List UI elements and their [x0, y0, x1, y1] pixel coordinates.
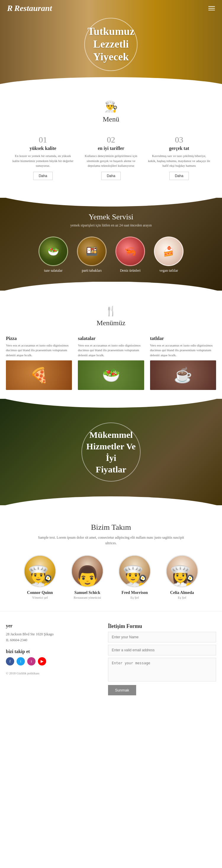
service-label-salad: taze salatalar: [38, 269, 68, 273]
avatar-celia: 👩‍🍳: [166, 555, 198, 587]
perfect-section: Mükemmel Hizmetler Ve İyi Fiyatlar: [0, 399, 222, 505]
pizza-text: Vero eos et accusamus et iusto odio dign…: [6, 343, 72, 358]
menu-dessert: tatlılar Vero eos et accusamus et iusto …: [150, 336, 216, 390]
avatar-fred: 👨‍🍳: [118, 555, 151, 587]
team-title: Bizim Takım: [6, 523, 216, 532]
hamburger-menu[interactable]: [209, 6, 215, 10]
site-header: R Restaurant: [0, 0, 222, 17]
feature-1-title: yüksek kalite: [12, 146, 74, 151]
feature-2-title: en iyi tarifler: [80, 146, 142, 151]
dessert-image: ☕: [150, 361, 216, 390]
menu-salad: salatalar Vero eos et accusamus et iusto…: [78, 336, 144, 390]
service-circle-vegan: 🍰: [154, 237, 184, 266]
social-icons: f t i ▶: [6, 657, 96, 665]
hero-text: Tutkumuz Lezzetli Yiyecek: [88, 25, 135, 64]
dessert-text: Vero eos et accusamus et iusto odio dign…: [150, 343, 216, 358]
hamburger-line3: [209, 10, 215, 10]
hero-circle: [84, 18, 138, 71]
service-circle-party: 🍱: [77, 237, 107, 266]
twitter-icon[interactable]: t: [17, 657, 25, 665]
location-title: yer: [6, 623, 96, 628]
service-items: 🥗 taze salatalar 🍱 parti tabakları 🦐 Den…: [6, 237, 216, 273]
menumus-section: 🍴 Menümüz Pizza Vero eos et accusamus et…: [0, 290, 222, 399]
team-description: Sample text. Lorem ipsum dolor sit amet,…: [37, 535, 185, 546]
feature-2-button[interactable]: Daha: [101, 172, 121, 180]
team-members-list: 👨‍🍳 Connor Quinn Yönetici şef 👨 Samuel S…: [6, 555, 216, 599]
contact-name-input[interactable]: [108, 632, 216, 643]
menu-title: Menü: [6, 115, 216, 123]
service-circle-salad: 🥗: [38, 237, 68, 266]
feature-3-num: 03: [148, 135, 210, 145]
menu-fork-icon: 🍴: [6, 305, 216, 317]
logo-letter: R: [7, 4, 13, 13]
member-3-name: Fred Morrison: [114, 590, 156, 595]
hamburger-line2: [209, 8, 215, 8]
service-circle-sea: 🦐: [115, 237, 145, 266]
member-1-role: Yönetici şef: [19, 596, 61, 599]
team-member-3: 👨‍🍳 Fred Morrison Eş Şef: [114, 555, 156, 599]
pizza-image: 🍕: [6, 361, 72, 390]
service-item-sea: 🦐 Deniz ürünleri: [115, 237, 145, 273]
avatar-samuel: 👨: [71, 555, 104, 587]
team-member-4: 👩‍🍳 Celia Almeda Eş Şef: [161, 555, 203, 599]
perfect-title: Mükemmel Hizmetler Ve İyi Fiyatlar: [82, 429, 140, 475]
team-member-2: 👨 Samuel Schick Restaurant yöneticisi: [66, 555, 108, 599]
food-service-section: Yemek Servisi yemek siparişleri için lüt…: [0, 198, 222, 290]
feature-3-text: Kavrulmuş sarı ve taze çekilmiş biberiye…: [148, 153, 210, 168]
features-list: 01 yüksek kalite En lezzet ve yemek bir …: [6, 132, 216, 192]
team-member-1: 👨‍🍳 Connor Quinn Yönetici şef: [19, 555, 61, 599]
logo-text: Restaurant: [14, 4, 52, 13]
location-address: 28 Jackson Blvd Ste 1020 Şikago: [6, 631, 96, 637]
submit-button[interactable]: Sunmak: [108, 685, 136, 695]
salad-text: Vero eos et accusamus et iusto odio dign…: [78, 343, 144, 358]
feature-1-num: 01: [12, 135, 74, 145]
youtube-icon[interactable]: ▶: [38, 657, 46, 665]
feature-3-button[interactable]: Daha: [169, 172, 189, 180]
service-item-salad: 🥗 taze salatalar: [38, 237, 68, 273]
facebook-icon[interactable]: f: [6, 657, 14, 665]
chef-icon: 👨‍🍳: [6, 100, 216, 113]
service-label-vegan: vegan tatlılar: [154, 269, 184, 273]
follow-title: bizi takip et: [6, 649, 96, 654]
footer-area: yer 28 Jackson Blvd Ste 1020 Şikago IL 6…: [0, 611, 222, 707]
hero-curve: [0, 77, 222, 89]
instagram-icon[interactable]: i: [27, 657, 35, 665]
member-2-name: Samuel Schick: [66, 590, 108, 595]
site-logo[interactable]: R Restaurant: [7, 4, 52, 13]
member-1-name: Connor Quinn: [19, 590, 61, 595]
member-4-role: Eş Şef: [161, 596, 203, 599]
feature-3: 03 gerçek tat Kavrulmuş sarı ve taze çek…: [148, 135, 210, 180]
feature-2-text: Kullanıcı deneyimizin geliştirilmesi içi…: [80, 153, 142, 168]
avatar-connor: 👨‍🍳: [24, 555, 56, 587]
pizza-title: Pizza: [6, 336, 72, 341]
location-zip: IL 60604-2340: [6, 638, 96, 643]
menumus-title: Menümüz: [6, 319, 216, 327]
feature-1-text: En lezzet ve yemek bir ortamda, en yükse…: [12, 153, 74, 168]
member-2-role: Restaurant yöneticisi: [66, 596, 108, 599]
feature-1: 01 yüksek kalite En lezzet ve yemek bir …: [12, 135, 74, 180]
feature-2-num: 02: [80, 135, 142, 145]
contact-message-input[interactable]: [108, 658, 216, 681]
food-service-subtitle: yemek siparişleri için lütfen en az 24 s…: [6, 223, 216, 228]
footer-left: yer 28 Jackson Blvd Ste 1020 Şikago IL 6…: [6, 623, 96, 695]
member-4-name: Celia Almeda: [161, 590, 203, 595]
service-item-vegan: 🍰 vegan tatlılar: [154, 237, 184, 273]
feature-3-title: gerçek tat: [148, 146, 210, 151]
service-label-party: parti tabakları: [77, 269, 107, 273]
team-section: Bizim Takım Sample text. Lorem ipsum dol…: [0, 505, 222, 611]
contact-form: Sunmak: [108, 632, 216, 695]
feature-1-button[interactable]: Daha: [33, 172, 53, 180]
contact-email-input[interactable]: [108, 645, 216, 655]
copyright-text: © 2018 Gizlilik politikası: [6, 672, 96, 675]
menu-items-list: Pizza Vero eos et accusamus et iusto odi…: [6, 336, 216, 390]
contact-title: İletişim Formu: [108, 623, 216, 629]
salad-title: salatalar: [78, 336, 144, 341]
service-item-party: 🍱 parti tabakları: [77, 237, 107, 273]
hamburger-line1: [209, 6, 215, 7]
service-label-sea: Deniz ürünleri: [115, 269, 145, 273]
perfect-circle: Mükemmel Hizmetler Ve İyi Fiyatlar: [81, 423, 141, 482]
salad-image: 🥗: [78, 361, 144, 390]
food-service-title: Yemek Servisi: [6, 213, 216, 221]
footer-right: İletişim Formu Sunmak: [108, 623, 216, 695]
dessert-title: tatlılar: [150, 336, 216, 341]
